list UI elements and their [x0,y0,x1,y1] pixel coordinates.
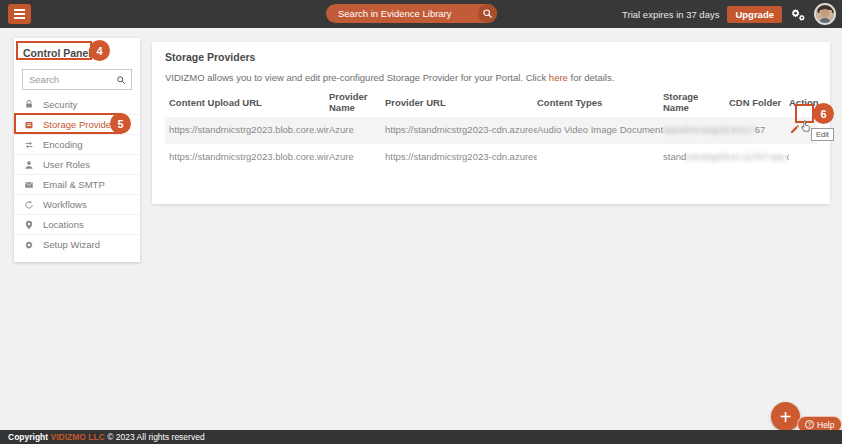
sidebar-item-label: Storage Providers [43,119,119,130]
sidebar-item-label: Security [43,99,77,110]
control-panel-sidebar: Control Panel Security Storage Providers… [14,38,140,262]
col-provider-name: Provider Name [329,86,385,117]
upgrade-button[interactable]: Upgrade [727,6,782,23]
page-title: Storage Providers [165,51,255,63]
cell-provider-name: Azure [329,117,385,144]
cell-content-types [537,144,663,169]
cdn-folder-redacted: ev-11767-aac [729,151,786,162]
details-link[interactable]: here [549,72,568,83]
gears-icon [24,240,35,250]
mail-icon [24,180,35,190]
cell-storage-name: standmicstrg2023 [663,117,729,144]
cdn-folder-redacted: str117 [729,124,755,135]
trial-expiry-text: Trial expires in 37 days [622,9,719,20]
sidebar-item-locations[interactable]: Locations [14,214,140,234]
description-text-suffix: for details. [568,72,614,83]
cell-action [789,144,817,169]
sidebar-menu: Security Storage Providers Encoding User… [14,94,140,254]
sidebar-item-label: Email & SMTP [43,179,105,190]
col-provider-url: Provider URL [385,86,537,117]
sidebar-item-security[interactable]: Security [14,94,140,114]
cell-storage-name: standmicstrg2023 [663,144,729,169]
cell-cdn-folder: str11767 [729,117,789,144]
sidebar-search-icon[interactable] [116,75,131,85]
copyright-prefix: Copyright [8,432,51,442]
cell-action [789,117,817,144]
topbar: Search in Evidence Library Trial expires… [0,0,842,28]
col-content-upload-url: Content Upload URL [165,86,329,117]
settings-gears-icon[interactable] [790,8,806,21]
add-storage-provider-button[interactable]: + [771,402,800,431]
search-icon[interactable] [478,4,497,23]
app-window: Search in Evidence Library Trial expires… [0,0,842,444]
storage-providers-table: Content Upload URL Provider Name Provide… [165,86,817,169]
vidizmo-brand-link[interactable]: VIDIZMO LLC [51,432,105,442]
sidebar-item-label: Setup Wizard [43,239,100,250]
user-avatar[interactable] [814,3,836,25]
col-storage-name: Storage Name [663,86,729,117]
cell-content-types: Audio Video Image Document Caption [537,117,663,144]
hamburger-menu-button[interactable] [8,4,31,24]
storage-name-redacted: standmicstrg202 [663,124,729,135]
description-text: VIDIZMO allows you to view and edit pre-… [165,72,549,83]
copyright-suffix: © 2023 All rights reserved [105,432,205,442]
table-row: https://standmicstrg2023.blob.core.windo… [165,144,817,169]
page-description: VIDIZMO allows you to view and edit pre-… [165,72,614,83]
evidence-library-search[interactable]: Search in Evidence Library [326,4,497,23]
topbar-right-cluster: Trial expires in 37 days Upgrade [622,0,836,28]
copyright-bar: Copyright VIDIZMO LLC © 2023 All rights … [0,430,842,444]
sidebar-title: Control Panel [23,47,91,59]
encoding-icon [24,140,35,150]
cell-provider-url: https://standmicstrg2023-cdn.azureedge.n… [385,117,537,144]
sidebar-item-label: Workflows [43,199,87,210]
workflow-icon [24,200,35,210]
sidebar-item-email-smtp[interactable]: Email & SMTP [14,174,140,194]
sidebar-item-encoding[interactable]: Encoding [14,134,140,154]
edit-pencil-icon[interactable] [789,124,800,135]
storage-name-redacted: micstrg2023 [686,151,729,162]
sidebar-item-label: Locations [43,219,84,230]
cell-provider-name: Azure [329,144,385,169]
storage-providers-panel: Storage Providers VIDIZMO allows you to … [152,42,830,204]
lock-icon [24,99,35,109]
sidebar-item-workflows[interactable]: Workflows [14,194,140,214]
help-label: Help [817,420,834,430]
table-row: https://standmicstrg2023.blob.core.windo… [165,117,817,144]
storage-icon [24,120,35,130]
sidebar-item-user-roles[interactable]: User Roles [14,154,140,174]
cell-cdn-folder: ev-11767-aacorm [729,144,789,169]
cell-provider-url: https://standmicstrg2023-cdn.azureedge.n… [385,144,537,169]
cdn-folder-suffix: orm [786,151,789,162]
sidebar-item-storage-providers[interactable]: Storage Providers [14,114,140,134]
sidebar-item-label: User Roles [43,159,90,170]
col-cdn-folder: CDN Folder [729,86,789,117]
cell-content-upload-url: https://standmicstrg2023.blob.core.windo… [165,144,329,169]
user-icon [24,160,35,170]
col-action: Action [789,86,817,117]
sidebar-search-box [22,69,132,90]
sidebar-item-label: Encoding [43,139,83,150]
question-icon: ? [805,420,814,429]
cell-content-upload-url: https://standmicstrg2023.blob.core.windo… [165,117,329,144]
search-placeholder-text: Search in Evidence Library [326,8,478,19]
location-pin-icon [24,220,35,230]
sidebar-search-input[interactable] [23,74,116,85]
col-content-types: Content Types [537,86,663,117]
table-header-row: Content Upload URL Provider Name Provide… [165,86,817,117]
cdn-folder-suffix: 67 [755,124,766,135]
sidebar-item-setup-wizard[interactable]: Setup Wizard [14,234,140,254]
storage-name-visible: stand [663,151,686,162]
